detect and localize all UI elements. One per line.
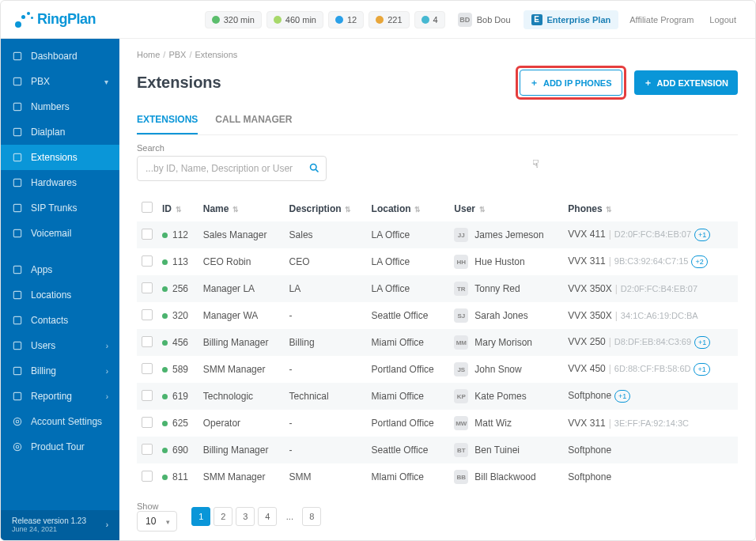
stat-pill-2[interactable]: 12: [328, 11, 364, 28]
column-id[interactable]: ID ⇅: [157, 195, 198, 221]
release-banner[interactable]: Release version 1.23 June 24, 2021 ›: [1, 510, 119, 541]
page-8[interactable]: 8: [302, 507, 321, 526]
stat-pill-3[interactable]: 221: [369, 11, 409, 28]
sidebar-item-sip-trunks[interactable]: SIP Trunks: [1, 195, 119, 221]
logout-link[interactable]: Logout: [705, 12, 741, 28]
table-row[interactable]: 690 Billing Manager - Seattle Office BTB…: [137, 437, 738, 463]
table-row[interactable]: 625 Operator - Portland Office MWMatt Wi…: [137, 410, 738, 437]
row-checkbox[interactable]: [142, 417, 153, 428]
column-name[interactable]: Name ⇅: [198, 195, 285, 221]
tab-extensions[interactable]: EXTENSIONS: [137, 108, 198, 134]
sidebar-item-label: Extensions: [31, 152, 77, 163]
page-4[interactable]: 4: [258, 507, 277, 526]
nav-icon: [12, 264, 23, 275]
plan-badge[interactable]: E Enterprise Plan: [524, 10, 619, 29]
ext-id: 113: [172, 256, 188, 267]
affiliate-link[interactable]: Affiliate Program: [625, 12, 698, 28]
phone-count-badge[interactable]: +2: [691, 255, 707, 268]
phone-count-badge[interactable]: +1: [694, 363, 709, 376]
user-menu[interactable]: BD Bob Dou: [452, 9, 517, 30]
page-2[interactable]: 2: [214, 507, 232, 526]
row-checkbox[interactable]: [142, 255, 153, 267]
ext-id: 619: [172, 391, 188, 402]
sidebar-item-numbers[interactable]: Numbers: [1, 94, 119, 119]
page-1[interactable]: 1: [191, 507, 210, 526]
row-checkbox[interactable]: [142, 309, 153, 320]
stat-pill-1[interactable]: 460 min: [266, 11, 323, 28]
status-dot-icon: [162, 421, 168, 426]
sidebar-bottom-product-tour[interactable]: Product Tour: [1, 434, 119, 460]
nav-icon: [12, 365, 23, 376]
column-user[interactable]: User ⇅: [449, 195, 563, 221]
tab-call-manager[interactable]: CALL MANAGER: [215, 108, 292, 134]
search-input[interactable]: [137, 156, 327, 181]
stat-pill-4[interactable]: 4: [414, 11, 445, 28]
sidebar-item-locations[interactable]: Locations: [1, 282, 119, 308]
page-3[interactable]: 3: [236, 507, 255, 526]
logo[interactable]: RingPlan: [15, 11, 96, 28]
ext-description: -: [285, 410, 367, 437]
add-extension-button[interactable]: ＋ ADD EXTENSION: [634, 70, 738, 95]
sidebar-item-dashboard[interactable]: Dashboard: [1, 44, 119, 69]
column-description[interactable]: Description ⇅: [285, 195, 367, 221]
search-field: [137, 156, 327, 181]
sidebar-item-pbx[interactable]: PBX▾: [1, 69, 119, 94]
row-checkbox[interactable]: [142, 282, 153, 293]
sidebar-item-billing[interactable]: Billing›: [1, 358, 119, 384]
sidebar-item-reporting[interactable]: Reporting›: [1, 384, 119, 409]
phone-count-badge[interactable]: +1: [694, 336, 710, 349]
breadcrumb-part[interactable]: PBX: [168, 50, 186, 59]
table-row[interactable]: 320 Manager WA - Seattle Office SJSarah …: [137, 302, 738, 329]
row-checkbox[interactable]: [142, 363, 153, 374]
stat-pill-0[interactable]: 320 min: [205, 11, 262, 28]
nav-icon: [12, 391, 23, 402]
search-label: Search: [137, 143, 738, 153]
user-avatar-icon: BB: [454, 470, 468, 484]
sidebar-item-extensions[interactable]: Extensions: [1, 145, 119, 170]
sidebar-bottom-account-settings[interactable]: Account Settings: [1, 409, 119, 434]
column-phones[interactable]: Phones ⇅: [563, 195, 738, 221]
select-all-checkbox[interactable]: [142, 202, 153, 213]
cursor-icon: ☟: [532, 157, 539, 170]
row-checkbox[interactable]: [142, 336, 153, 347]
table-row[interactable]: 112 Sales Manager Sales LA Office JJJame…: [137, 221, 738, 248]
svg-rect-4: [13, 153, 21, 161]
phone-model: VVX 311: [568, 418, 605, 429]
add-ip-phones-button[interactable]: ＋ ADD IP PHONES: [520, 70, 622, 96]
page-size-select[interactable]: 10 ▾: [137, 511, 177, 532]
sidebar-item-voicemail[interactable]: Voicemail: [1, 221, 119, 246]
nav-icon: [12, 101, 23, 112]
row-checkbox[interactable]: [142, 390, 153, 401]
table-row[interactable]: 811 SMM Manager SMM Mlami Office BBBill …: [137, 463, 738, 490]
ext-user: Ben Tuinei: [474, 445, 520, 456]
table-row[interactable]: 619 Technologic Technical Miami Office K…: [137, 383, 738, 410]
sidebar-item-label: Dialplan: [31, 127, 65, 138]
sidebar-item-dialplan[interactable]: Dialplan: [1, 119, 119, 145]
table-row[interactable]: 113 CEO Robin CEO LA Office HHHue Huston…: [137, 248, 738, 275]
sidebar-item-users[interactable]: Users›: [1, 333, 119, 358]
phone-model: VVX 250: [568, 336, 605, 347]
ext-description: -: [285, 356, 367, 383]
svg-point-15: [13, 418, 21, 425]
column-location[interactable]: Location ⇅: [367, 195, 450, 221]
table-row[interactable]: 589 SMM Manager - Portland Office JSJohn…: [137, 356, 738, 383]
phone-count-badge[interactable]: +1: [694, 229, 710, 241]
table-row[interactable]: 456 Billing Manager Billing Miami Office…: [137, 329, 738, 356]
phone-model: Softphone: [568, 471, 611, 482]
breadcrumb-part[interactable]: Home: [137, 50, 160, 59]
search-icon[interactable]: [308, 162, 320, 176]
table-row[interactable]: 256 Manager LA LA LA Office TRTonny Red …: [137, 275, 738, 302]
sidebar-item-hardwares[interactable]: Hardwares: [1, 170, 119, 195]
phone-count-badge[interactable]: +1: [614, 390, 630, 403]
ext-name: Sales Manager: [198, 221, 285, 248]
highlight-annotation: ＋ ADD IP PHONES: [516, 66, 626, 100]
page-size-value: 10: [146, 516, 156, 527]
sidebar-item-contacts[interactable]: Contacts: [1, 308, 119, 333]
row-checkbox[interactable]: [142, 444, 153, 455]
row-checkbox[interactable]: [142, 471, 153, 482]
sidebar-item-apps[interactable]: Apps: [1, 257, 119, 282]
status-dot-icon: [162, 475, 168, 480]
phone-mac: D2:0F:FC:B4:EB:07: [614, 229, 691, 239]
nav-icon: [12, 315, 23, 326]
row-checkbox[interactable]: [142, 229, 153, 240]
